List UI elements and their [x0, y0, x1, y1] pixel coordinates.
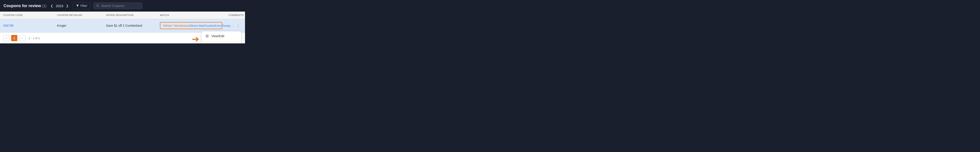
cell-retailer: Kroger — [54, 19, 103, 33]
filter-button[interactable]: Filter — [73, 2, 91, 9]
svg-point-3 — [207, 36, 208, 36]
view-edit-icon — [205, 34, 209, 38]
match-highlight: *Winter* Wonderland — [162, 24, 189, 27]
coupons-table: COUPON CODE COUPON RETAILER OFFER DESCRI… — [0, 11, 245, 33]
col-header-coupon-retailer: COUPON RETAILER — [54, 11, 103, 19]
table-header-row: COUPON CODE COUPON RETAILER OFFER DESCRI… — [0, 11, 245, 19]
match-cell-highlight: *Winter* Wonderland/Direct Mail/Acadia/E… — [160, 22, 222, 29]
col-header-match: MATCH — [157, 11, 225, 19]
table-row: 456788 Kroger Save $1 off 2 Cumberland *… — [0, 19, 245, 33]
match-rest: /Direct Mail/Acadia/Extra Toasty … — [189, 24, 234, 27]
col-header-comments: COMMENTS — [225, 11, 245, 19]
pagination-current-page[interactable]: 1 — [11, 35, 18, 41]
year-prev-button[interactable]: ❮ — [49, 3, 54, 8]
pagination-next-button[interactable]: › — [19, 35, 25, 41]
svg-point-0 — [97, 5, 99, 6]
search-icon — [96, 4, 99, 7]
cell-match: *Winter* Wonderland/Direct Mail/Acadia/E… — [157, 19, 225, 33]
coupon-code-link[interactable]: 456788 — [3, 24, 14, 27]
match-text: *Winter* Wonderland/Direct Mail/Acadia/E… — [162, 24, 234, 27]
search-input[interactable] — [101, 4, 139, 8]
row-actions-button[interactable]: ⋮ — [234, 22, 242, 29]
header-bar: Coupons for review (1) ❮ 2023 ❯ Filter — [0, 0, 245, 11]
year-display: 2023 — [56, 4, 63, 8]
context-menu-view-edit[interactable]: View/Edit — [202, 32, 241, 41]
context-menu: View/Edit Match Coupon Exclude Coupon — [201, 31, 242, 43]
cell-coupon-code: 456788 — [0, 19, 54, 33]
search-box — [93, 2, 142, 9]
arrow-decoration: ➔ — [192, 35, 199, 43]
page-title: Coupons for review (1) — [3, 3, 46, 8]
pagination-info: 1 - 1 of 1 — [29, 36, 40, 40]
svg-line-1 — [98, 6, 99, 7]
pagination-prev-button[interactable]: ‹ — [3, 35, 10, 41]
col-header-coupon-code: COUPON CODE — [0, 11, 54, 19]
year-navigation: ❮ 2023 ❯ — [49, 3, 70, 8]
col-header-offer-description: OFFER DESCRIPTION — [103, 11, 157, 19]
context-menu-match-coupon[interactable]: Match Coupon — [202, 41, 241, 43]
cell-offer: Save $1 off 2 Cumberland — [103, 19, 157, 33]
year-next-button[interactable]: ❯ — [65, 3, 70, 8]
filter-icon — [76, 4, 79, 7]
